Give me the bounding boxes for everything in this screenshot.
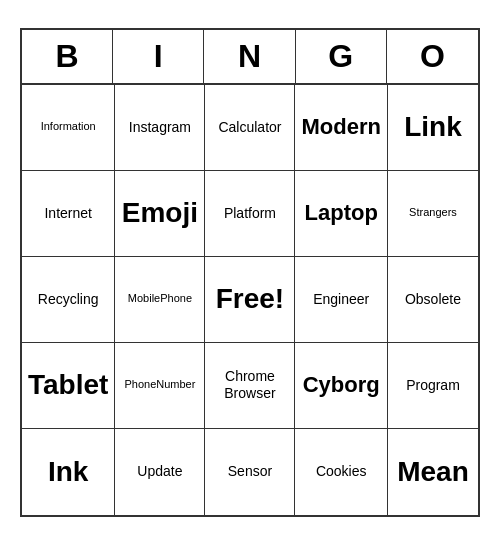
cell-text-16: PhoneNumber: [124, 378, 195, 391]
cell-text-14: Obsolete: [405, 291, 461, 308]
bingo-cell-8: Laptop: [295, 171, 387, 257]
cell-text-4: Link: [404, 110, 462, 144]
bingo-cell-7: Platform: [205, 171, 295, 257]
bingo-cell-13: Engineer: [295, 257, 387, 343]
cell-text-17: Chrome Browser: [211, 368, 288, 402]
bingo-cell-1: Instagram: [115, 85, 205, 171]
bingo-grid: InformationInstagramCalculatorModernLink…: [22, 85, 478, 515]
header-letter-n: N: [204, 30, 295, 83]
cell-text-18: Cyborg: [303, 372, 380, 398]
bingo-cell-23: Cookies: [295, 429, 387, 515]
cell-text-9: Strangers: [409, 206, 457, 219]
header-letter-o: O: [387, 30, 478, 83]
bingo-cell-10: Recycling: [22, 257, 115, 343]
bingo-cell-15: Tablet: [22, 343, 115, 429]
cell-text-3: Modern: [301, 114, 380, 140]
bingo-cell-20: Ink: [22, 429, 115, 515]
bingo-cell-18: Cyborg: [295, 343, 387, 429]
cell-text-6: Emoji: [122, 196, 198, 230]
header-letter-g: G: [296, 30, 387, 83]
bingo-cell-3: Modern: [295, 85, 387, 171]
bingo-cell-19: Program: [388, 343, 478, 429]
cell-text-0: Information: [41, 120, 96, 133]
bingo-cell-0: Information: [22, 85, 115, 171]
bingo-cell-22: Sensor: [205, 429, 295, 515]
bingo-cell-21: Update: [115, 429, 205, 515]
bingo-cell-17: Chrome Browser: [205, 343, 295, 429]
bingo-card: BINGO InformationInstagramCalculatorMode…: [20, 28, 480, 517]
cell-text-21: Update: [137, 463, 182, 480]
header-letter-b: B: [22, 30, 113, 83]
cell-text-20: Ink: [48, 455, 88, 489]
cell-text-1: Instagram: [129, 119, 191, 136]
cell-text-7: Platform: [224, 205, 276, 222]
cell-text-13: Engineer: [313, 291, 369, 308]
cell-text-11: MobilePhone: [128, 292, 192, 305]
bingo-cell-4: Link: [388, 85, 478, 171]
bingo-header: BINGO: [22, 30, 478, 85]
bingo-cell-6: Emoji: [115, 171, 205, 257]
cell-text-19: Program: [406, 377, 460, 394]
cell-text-10: Recycling: [38, 291, 99, 308]
cell-text-24: Mean: [397, 455, 469, 489]
cell-text-23: Cookies: [316, 463, 367, 480]
bingo-cell-16: PhoneNumber: [115, 343, 205, 429]
bingo-cell-11: MobilePhone: [115, 257, 205, 343]
cell-text-8: Laptop: [305, 200, 378, 226]
cell-text-5: Internet: [44, 205, 91, 222]
cell-text-15: Tablet: [28, 368, 108, 402]
bingo-cell-9: Strangers: [388, 171, 478, 257]
header-letter-i: I: [113, 30, 204, 83]
cell-text-22: Sensor: [228, 463, 272, 480]
cell-text-2: Calculator: [218, 119, 281, 136]
bingo-cell-14: Obsolete: [388, 257, 478, 343]
bingo-cell-24: Mean: [388, 429, 478, 515]
bingo-cell-5: Internet: [22, 171, 115, 257]
cell-text-12: Free!: [216, 282, 284, 316]
bingo-cell-2: Calculator: [205, 85, 295, 171]
bingo-cell-12: Free!: [205, 257, 295, 343]
